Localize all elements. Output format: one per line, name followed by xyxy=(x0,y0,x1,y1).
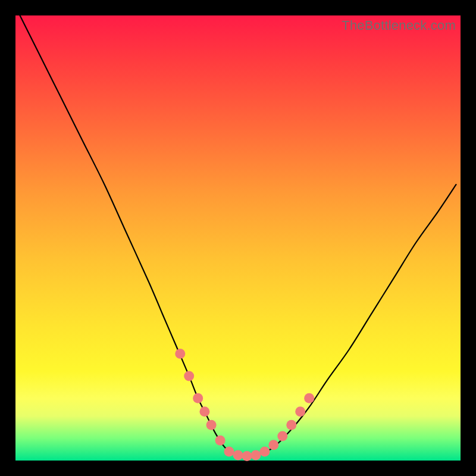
plot-svg xyxy=(15,15,461,461)
marker-dot xyxy=(250,450,261,461)
marker-dot xyxy=(193,393,203,403)
marker-dot xyxy=(175,349,185,359)
marker-dot xyxy=(268,440,278,450)
chart-area: TheBottleneck.com xyxy=(15,15,461,461)
marker-group xyxy=(175,349,314,461)
marker-dot xyxy=(277,431,287,441)
marker-dot xyxy=(242,451,252,461)
marker-dot xyxy=(184,371,194,381)
marker-dot xyxy=(199,406,209,416)
marker-dot xyxy=(215,436,226,446)
marker-dot xyxy=(259,447,270,457)
marker-dot xyxy=(286,420,296,430)
watermark-text: TheBottleneck.com xyxy=(342,18,456,33)
marker-dot xyxy=(206,420,217,430)
bottleneck-curve xyxy=(20,15,456,456)
marker-dot xyxy=(304,393,314,403)
marker-dot xyxy=(224,447,234,457)
marker-dot xyxy=(295,406,305,416)
marker-dot xyxy=(233,450,243,461)
